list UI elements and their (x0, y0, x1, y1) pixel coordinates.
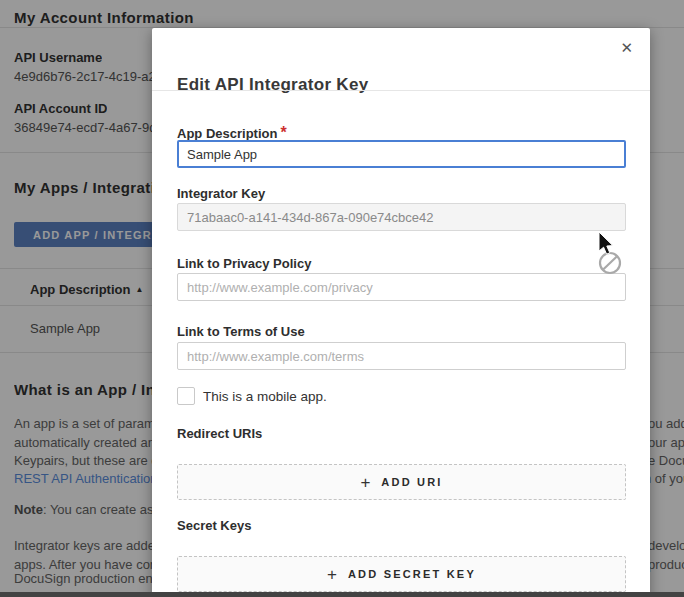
mouse-cursor-icon (595, 232, 635, 282)
integrator-key-input (177, 203, 626, 231)
privacy-policy-label: Link to Privacy Policy (177, 256, 311, 271)
secret-keys-label: Secret Keys (177, 518, 251, 533)
required-asterisk: * (280, 124, 286, 141)
app-description-input[interactable] (177, 140, 626, 168)
divider (152, 90, 650, 91)
plus-icon: + (360, 474, 370, 491)
plus-icon: + (327, 566, 337, 583)
close-icon[interactable]: ✕ (616, 35, 637, 61)
add-secret-key-button[interactable]: + ADD SECRET KEY (177, 556, 626, 592)
privacy-policy-input[interactable] (177, 273, 626, 301)
screen: My Account Information API Username 4e9d… (0, 0, 684, 597)
mobile-app-checkbox-label: This is a mobile app. (203, 389, 327, 404)
add-uri-button[interactable]: + ADD URI (177, 464, 626, 500)
window-bottom-edge (0, 592, 684, 597)
terms-of-use-label: Link to Terms of Use (177, 324, 305, 339)
redirect-uris-label: Redirect URIs (177, 426, 262, 441)
integrator-key-label: Integrator Key (177, 186, 265, 201)
modal-title: Edit API Integrator Key (177, 75, 368, 95)
terms-of-use-input[interactable] (177, 342, 626, 370)
mobile-app-checkbox[interactable] (177, 387, 195, 405)
edit-api-integrator-key-modal: ✕ Edit API Integrator Key App Descriptio… (152, 28, 650, 597)
